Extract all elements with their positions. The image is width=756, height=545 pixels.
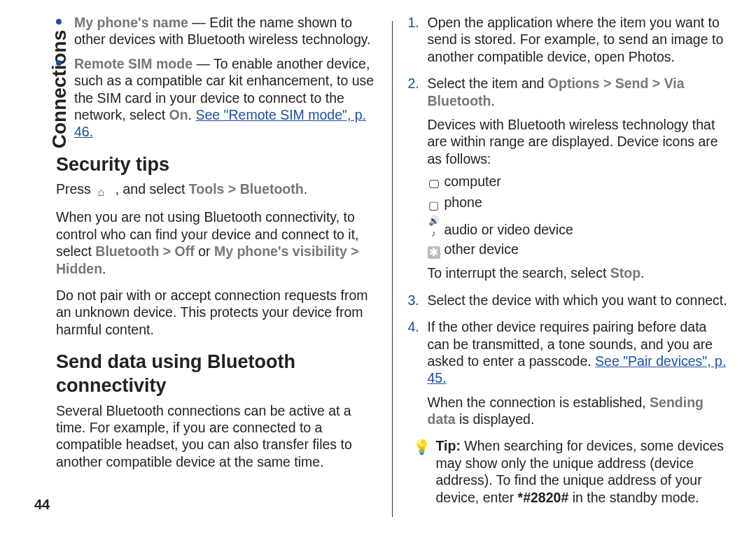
step-number: 2. <box>408 75 419 92</box>
icon-label: computer <box>444 174 501 189</box>
step-1: 1. Open the application where the item y… <box>408 14 729 65</box>
text: is displayed. <box>456 411 535 427</box>
tip-label: Tip: <box>436 438 465 453</box>
text: in the standby mode. <box>568 490 699 505</box>
page-number: 44 <box>34 496 50 514</box>
bullet-list: My phone's name — Edit the name shown to… <box>56 14 377 141</box>
left-column: My phone's name — Edit the name shown to… <box>56 14 392 531</box>
security-press-line: Press ⌂ , and select Tools > Bluetooth. <box>56 181 377 199</box>
label-options: Options <box>548 76 600 91</box>
bluetooth-icon: ✱ <box>428 246 440 259</box>
text: . <box>304 181 307 197</box>
label-off: Off <box>175 243 195 259</box>
step-4: 4. If the other device requires pairing … <box>408 318 729 427</box>
icon-row-other: ✱other device <box>428 241 729 259</box>
av-device-icon: 🔊♪ <box>428 215 440 227</box>
step-number: 3. <box>408 292 419 309</box>
text: . <box>640 265 644 281</box>
step-3: 3. Select the device with which you want… <box>408 292 729 309</box>
text: When the connection is established, <box>428 395 650 410</box>
step-number: 1. <box>408 14 419 31</box>
step-4-p2: When the connection is established, Send… <box>428 394 729 428</box>
bullet-term: Remote SIM mode <box>74 56 192 71</box>
step-4-p1: If the other device requires pairing bef… <box>428 318 729 387</box>
bullet-my-phones-name: My phone's name — Edit the name shown to… <box>56 14 377 48</box>
bullet-period: . <box>188 107 196 122</box>
label-hidden: Hidden <box>56 261 102 276</box>
computer-icon: 🖵 <box>428 178 440 191</box>
tip-code: *#2820# <box>518 490 569 505</box>
security-visibility-paragraph: When you are not using Bluetooth connect… <box>56 208 377 277</box>
separator-gt: > <box>600 76 615 91</box>
numbered-steps: 1. Open the application where the item y… <box>408 14 729 427</box>
separator-gt: > <box>159 243 174 259</box>
bullet-remote-sim-mode: Remote SIM mode — To enable another devi… <box>56 55 377 141</box>
text: , and select <box>111 181 189 197</box>
separator-gt: > <box>224 181 239 197</box>
icon-row-av: 🔊♪audio or video device <box>428 215 729 238</box>
text: Select the item and <box>428 76 548 91</box>
text: Press <box>56 181 94 197</box>
bullet-sep: — <box>192 56 214 71</box>
label-tools: Tools <box>189 181 225 197</box>
label-stop: Stop <box>610 265 640 281</box>
text: . <box>102 261 106 276</box>
tip-text: Tip: When searching for devices, some de… <box>436 437 729 506</box>
step-2-interrupt: To interrupt the search, select Stop. <box>428 264 729 281</box>
icon-row-phone: ▢phone <box>428 194 729 212</box>
text: To interrupt the search, select <box>428 265 610 281</box>
step-2-line1: Select the item and Options > Send > Via… <box>428 75 729 109</box>
step-text: Open the application where the item you … <box>428 15 724 64</box>
send-intro-paragraph: Several Bluetooth connections can be act… <box>56 402 377 471</box>
step-text: Select the device with which you want to… <box>428 292 727 308</box>
icon-label: phone <box>444 194 482 210</box>
separator-gt: > <box>347 243 359 259</box>
label-on: On <box>169 107 188 122</box>
icon-label: audio or video device <box>444 222 573 237</box>
step-number: 4. <box>408 318 419 335</box>
step-2: 2. Select the item and Options > Send > … <box>408 75 729 282</box>
bullet-sep: — <box>188 15 209 30</box>
heading-send-data: Send data using Bluetooth connectivity <box>56 351 377 398</box>
label-bluetooth: Bluetooth <box>240 181 304 197</box>
bullet-term: My phone's name <box>74 15 188 30</box>
security-warning-paragraph: Do not pair with or accept connection re… <box>56 287 377 338</box>
label-send: Send <box>615 76 649 91</box>
icon-row-computer: 🖵computer <box>428 173 729 191</box>
phone-icon: ▢ <box>428 199 440 212</box>
tip-lightbulb-icon: 💡 <box>408 437 436 506</box>
text-or: or <box>195 243 214 259</box>
icon-label: other device <box>444 241 519 257</box>
heading-security-tips: Security tips <box>56 153 377 177</box>
text: . <box>491 93 494 108</box>
columns: My phone's name — Edit the name shown to… <box>56 14 728 531</box>
label-visibility: My phone's visibility <box>214 243 347 259</box>
label-bluetooth: Bluetooth <box>95 243 159 259</box>
home-key-icon: ⌂ <box>94 186 107 199</box>
step-2-device-icons-intro: Devices with Bluetooth wireless technolo… <box>428 116 729 167</box>
page-root: Connections 44 My phone's name — Edit th… <box>0 0 756 545</box>
separator-gt: > <box>648 76 664 91</box>
right-column: 1. Open the application where the item y… <box>393 14 729 531</box>
tip-block: 💡 Tip: When searching for devices, some … <box>408 437 729 506</box>
